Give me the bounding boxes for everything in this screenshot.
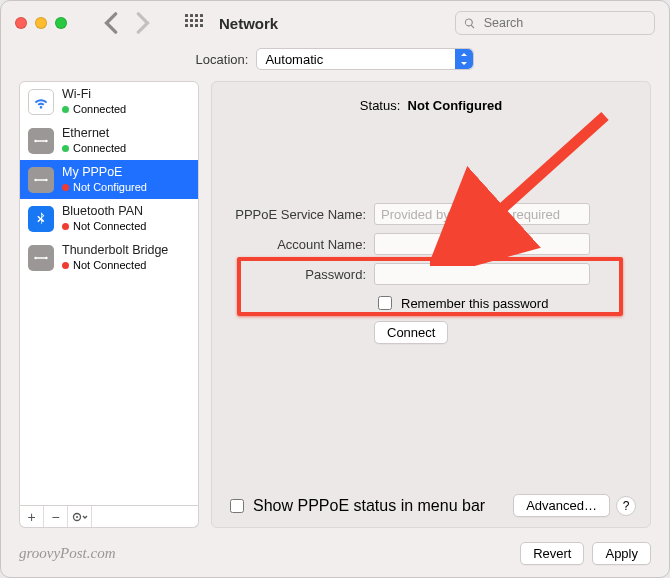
back-button[interactable]	[101, 12, 123, 34]
revert-button[interactable]: Revert	[520, 542, 584, 565]
sidebar-item-bluetooth[interactable]: Bluetooth PAN Not Connected	[20, 199, 198, 238]
grid-icon	[185, 14, 203, 32]
apply-button[interactable]: Apply	[592, 542, 651, 565]
status-dot-icon	[62, 106, 69, 113]
chevron-updown-icon	[455, 49, 473, 69]
location-select[interactable]: Automatic	[256, 48, 474, 70]
location-row: Location: Automatic	[1, 45, 669, 73]
help-button[interactable]: ?	[616, 496, 636, 516]
location-value: Automatic	[265, 52, 455, 67]
advanced-button[interactable]: Advanced…	[513, 494, 610, 517]
status-dot-icon	[62, 184, 69, 191]
titlebar: Network	[1, 1, 669, 45]
status-dot-icon	[62, 145, 69, 152]
show-menubar-checkbox[interactable]	[230, 499, 244, 513]
sidebar-item-wifi[interactable]: Wi-Fi Connected	[20, 82, 198, 121]
show-all-button[interactable]	[183, 12, 205, 34]
status-dot-icon	[62, 262, 69, 269]
password-input[interactable]	[374, 263, 590, 285]
show-menubar-label: Show PPPoE status in menu bar	[253, 497, 485, 515]
forward-button[interactable]	[131, 12, 153, 34]
bluetooth-icon	[28, 206, 54, 232]
wifi-icon	[28, 89, 54, 115]
services-list: Wi-Fi Connected Ethernet Connected	[19, 81, 199, 506]
close-icon[interactable]	[15, 17, 27, 29]
search-icon	[464, 17, 476, 30]
sidebar-item-ethernet[interactable]: Ethernet Connected	[20, 121, 198, 160]
watermark: groovyPost.com	[19, 545, 116, 562]
service-name-label: PPPoE Service Name:	[226, 207, 366, 222]
connect-button[interactable]: Connect	[374, 321, 448, 344]
svg-point-1	[76, 516, 78, 518]
account-name-label: Account Name:	[226, 237, 366, 252]
remember-password-label: Remember this password	[401, 296, 548, 311]
window-footer: groovyPost.com Revert Apply	[1, 534, 669, 577]
sidebar-item-thunderbolt[interactable]: Thunderbolt Bridge Not Connected	[20, 238, 198, 277]
account-name-input[interactable]	[374, 233, 590, 255]
thunderbolt-icon	[28, 245, 54, 271]
services-sidebar: Wi-Fi Connected Ethernet Connected	[19, 81, 199, 528]
ethernet-icon	[28, 128, 54, 154]
location-label: Location:	[196, 52, 249, 67]
status-value: Not Configured	[408, 98, 503, 113]
window-title: Network	[219, 15, 278, 32]
password-label: Password:	[226, 267, 366, 282]
traffic-lights	[15, 17, 67, 29]
remove-service-button[interactable]: −	[44, 506, 68, 527]
sidebar-footer: + −	[19, 506, 199, 528]
more-actions-button[interactable]	[68, 506, 92, 527]
add-service-button[interactable]: +	[20, 506, 44, 527]
minimize-icon[interactable]	[35, 17, 47, 29]
prefs-window: Network Location: Automatic Wi-Fi	[0, 0, 670, 578]
zoom-icon[interactable]	[55, 17, 67, 29]
pppoe-icon	[28, 167, 54, 193]
remember-password-checkbox[interactable]	[378, 296, 392, 310]
detail-panel: Status: Not Configured PPPoE Service Nam…	[211, 81, 651, 528]
gear-menu-icon	[72, 512, 88, 522]
sidebar-item-pppoe[interactable]: My PPPoE Not Configured	[20, 160, 198, 199]
search-input[interactable]	[482, 15, 646, 31]
status-line: Status: Not Configured	[226, 98, 636, 113]
service-name-input[interactable]	[374, 203, 590, 225]
status-dot-icon	[62, 223, 69, 230]
search-field[interactable]	[455, 11, 655, 35]
